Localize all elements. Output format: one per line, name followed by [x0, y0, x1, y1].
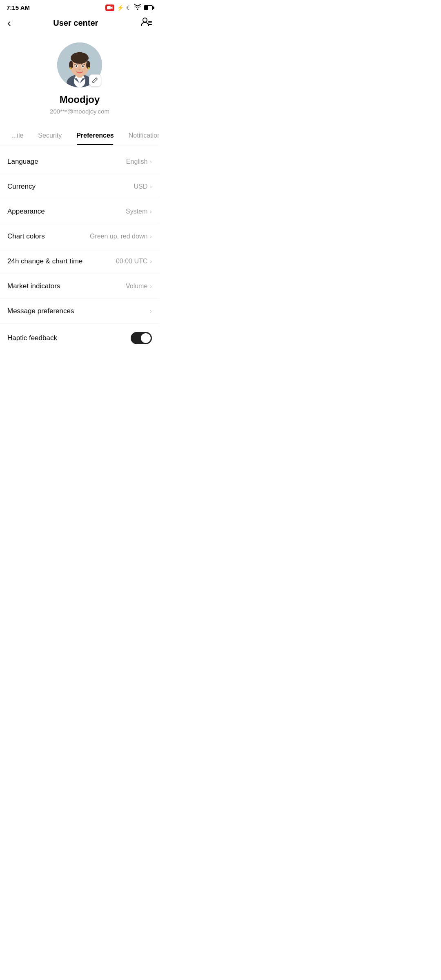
- currency-item[interactable]: Currency USD ›: [0, 174, 159, 199]
- svg-point-1: [143, 18, 147, 22]
- header: ‹ User center: [0, 13, 159, 34]
- language-value: English ›: [126, 158, 152, 165]
- svg-point-16: [76, 65, 77, 67]
- market-indicators-item[interactable]: Market indicators Volume ›: [0, 274, 159, 299]
- language-item[interactable]: Language English ›: [0, 149, 159, 174]
- avatar-wrapper: [57, 42, 102, 87]
- page-title: User center: [53, 18, 98, 28]
- avatar-edit-button[interactable]: [89, 74, 101, 87]
- video-icon: [105, 4, 114, 11]
- currency-label: Currency: [7, 183, 36, 191]
- chevron-icon: ›: [150, 258, 152, 265]
- chevron-icon: ›: [150, 208, 152, 215]
- tab-preferences[interactable]: Preferences: [69, 126, 121, 145]
- chevron-icon: ›: [150, 308, 152, 314]
- tab-profile[interactable]: ...ile: [4, 126, 31, 145]
- status-icons: ⚡ ☾: [105, 4, 153, 11]
- haptic-feedback-item: Haptic feedback: [0, 324, 159, 352]
- chart-colors-label: Chart colors: [7, 232, 45, 241]
- wifi-icon: [134, 4, 141, 11]
- bluetooth-icon: ⚡: [117, 4, 124, 11]
- market-indicators-value: Volume ›: [126, 283, 152, 290]
- appearance-value: System ›: [126, 208, 152, 215]
- user-name: Moodjoy: [60, 94, 100, 105]
- appearance-label: Appearance: [7, 207, 45, 216]
- chart-colors-value: Green up, red down ›: [90, 233, 152, 240]
- status-bar: 7:15 AM ⚡ ☾: [0, 0, 159, 13]
- battery-icon: [144, 5, 153, 10]
- user-email: 200***@moodjoy.com: [50, 108, 109, 115]
- svg-point-11: [76, 52, 83, 59]
- avatar-section: Moodjoy 200***@moodjoy.com: [0, 34, 159, 126]
- user-manage-icon[interactable]: [140, 17, 152, 29]
- tab-security[interactable]: Security: [31, 126, 69, 145]
- chart-colors-item[interactable]: Chart colors Green up, red down ›: [0, 224, 159, 249]
- toggle-knob: [141, 333, 151, 343]
- haptic-feedback-toggle[interactable]: [131, 332, 152, 344]
- tabs-container: ...ile Security Preferences Notification…: [0, 126, 159, 145]
- message-preferences-label: Message preferences: [7, 307, 74, 315]
- settings-list: Language English › Currency USD › Appear…: [0, 145, 159, 356]
- chevron-icon: ›: [150, 233, 152, 240]
- chart-time-value: 00:00 UTC ›: [116, 258, 152, 265]
- svg-rect-0: [107, 6, 111, 9]
- moon-icon: ☾: [126, 4, 131, 11]
- haptic-feedback-label: Haptic feedback: [7, 334, 57, 342]
- chart-time-item[interactable]: 24h change & chart time 00:00 UTC ›: [0, 249, 159, 274]
- svg-point-19: [88, 67, 90, 69]
- message-preferences-value: ›: [147, 308, 152, 314]
- message-preferences-item[interactable]: Message preferences ›: [0, 299, 159, 324]
- back-button[interactable]: ‹: [7, 17, 11, 29]
- svg-point-18: [70, 67, 72, 69]
- market-indicators-label: Market indicators: [7, 282, 60, 290]
- svg-point-17: [82, 65, 84, 67]
- edit-icon: [92, 77, 98, 84]
- status-time: 7:15 AM: [7, 4, 30, 11]
- chevron-icon: ›: [150, 158, 152, 165]
- chevron-icon: ›: [150, 283, 152, 290]
- currency-value: USD ›: [134, 183, 152, 190]
- language-label: Language: [7, 158, 38, 166]
- chevron-icon: ›: [150, 183, 152, 190]
- chart-time-label: 24h change & chart time: [7, 257, 82, 265]
- appearance-item[interactable]: Appearance System ›: [0, 199, 159, 224]
- tab-notifications[interactable]: Notifications: [121, 126, 159, 145]
